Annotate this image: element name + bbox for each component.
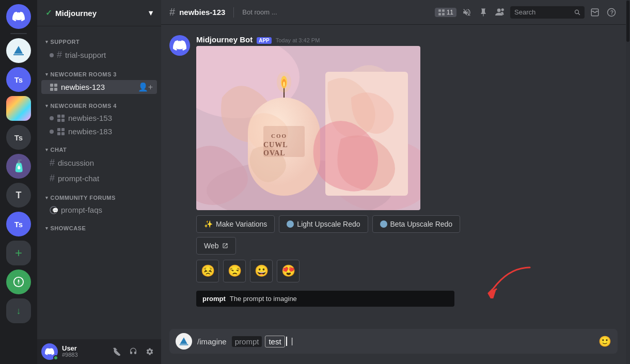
server-label-bottle: 🧴 [12,160,26,173]
members-count-icon [438,9,445,16]
mouse-cursor-indicator: | [291,337,293,346]
category-newcomer4[interactable]: ▾ NEWCOMER ROOMS 4 [37,94,161,111]
server-check-icon: ✓ [45,8,52,18]
channel-name-trial-support: trial-support [65,51,106,59]
server-icon-colorful[interactable] [6,96,31,121]
category-newcomer3[interactable]: ▾ NEWCOMER ROOMS 3 [37,63,161,80]
top-bar: # newbies-123 Bot room ... 11 [161,0,626,25]
add-user-icon[interactable]: 👤+ [138,82,153,92]
beta-upscale-redo-btn[interactable]: Beta Upscale Redo [372,215,461,233]
channel-prompt-faqs[interactable]: 💬 prompt-faqs [41,203,157,216]
category-support[interactable]: ▾ SUPPORT [37,30,161,47]
external-link-icon [222,243,228,249]
search-input[interactable] [514,8,571,16]
svg-rect-4 [50,84,53,87]
server-icon-ts-dark[interactable]: Ts [6,125,31,150]
emoji-btn-3[interactable]: 😍 [277,260,300,282]
server-icon-explore[interactable] [6,270,31,294]
emoji-btn-0[interactable]: 😣 [196,260,219,282]
tooltip-area: prompt The prompt to imagine [196,291,618,307]
settings-btn[interactable] [143,344,157,359]
user-avatar[interactable] [41,343,58,360]
emoji-btn-2[interactable]: 😀 [250,260,273,282]
make-variations-icon: ✨ [204,220,213,228]
text-cursor [286,337,287,346]
message-author: Midjourney Bot [196,35,253,44]
help-icon: ? [607,8,616,17]
add-server-icon: + [15,246,22,260]
category-arrow-support: ▾ [45,39,49,44]
top-bar-channel-name: newbies-123 [179,8,225,17]
server-icon-add[interactable]: + [6,241,31,265]
search-icon [574,9,580,16]
server-icon-t-dark[interactable]: T [6,183,31,208]
members-count-badge[interactable]: 11 [435,8,456,17]
members-list-btn[interactable] [494,6,506,19]
channel-newbies-153[interactable]: newbies-153 [41,112,157,124]
discord-logo-icon [12,10,25,23]
beta-upscale-icon [380,220,387,228]
bot-avatar [169,35,190,56]
server-icon-ts2[interactable]: Ts [6,212,31,236]
web-btn-row: Web [196,237,618,255]
headset-btn[interactable] [126,344,140,359]
bot-badge: APP [257,37,272,44]
inbox-icon [590,8,600,17]
channel-name-discussion: discussion [58,159,94,167]
svg-rect-12 [57,128,60,131]
category-label-newcomer3: NEWCOMER ROOMS 3 [51,71,117,77]
server-header-arrow: ▾ [149,8,153,18]
server-icon-ts-purple[interactable]: Ts [6,67,31,92]
channel-trial-support[interactable]: # trial-support [41,48,157,62]
channel-newbies-123[interactable]: newbies-123 👤+ [41,80,157,94]
message-time: Today at 3:42 PM [276,37,320,43]
inbox-btn[interactable] [589,6,601,19]
server-label-ts2: Ts [14,133,23,142]
server-icon-home[interactable] [6,4,31,29]
scrollbar-track[interactable] [626,0,630,364]
svg-text:?: ? [610,9,613,15]
category-community-forums[interactable]: ▾ COMMUNITY FORUMS [37,186,161,203]
channel-prompt-chat[interactable]: # prompt-chat [41,171,157,186]
input-prompt-label: prompt [232,336,262,347]
web-label: Web [204,242,219,250]
mute-channel-btn[interactable] [461,6,473,19]
tooltip-text: The prompt to imagine [230,295,297,303]
category-showcase[interactable]: ▾ SHOWCASE [37,217,161,233]
category-chat[interactable]: ▾ CHAT [37,138,161,155]
emoji-picker-btn[interactable]: 🙂 [598,335,611,347]
search-bar[interactable] [510,6,585,19]
action-buttons: ✨ Make Variations Light Upscale Redo Bet… [196,215,618,233]
main-content: # newbies-123 Bot room ... 11 [161,0,626,364]
help-btn[interactable]: ? [605,6,618,19]
forum-icon-newbies183 [57,128,65,136]
username-display: User [62,345,105,352]
forum-icon-newbies153 [57,114,65,122]
pin-btn[interactable] [477,6,490,19]
emoji-btn-1[interactable]: 😒 [223,260,246,282]
channel-discussion[interactable]: # discussion [41,155,157,170]
beta-upscale-label: Beta Upscale Redo [390,220,453,228]
server-icon-sail[interactable] [6,38,31,63]
svg-rect-6 [50,88,53,91]
mute-channel-icon [462,8,471,17]
server-label-ts3: Ts [14,220,23,229]
web-btn[interactable]: Web [196,237,236,255]
server-icon-download[interactable]: ↓ [6,298,31,323]
server-header[interactable]: ✓ Midjourney ▾ [37,0,161,26]
svg-rect-14 [57,132,60,135]
scrollbar-thumb[interactable] [626,1,629,42]
channel-name-newbies153: newbies-153 [68,114,112,122]
make-variations-btn[interactable]: ✨ Make Variations [196,215,275,233]
channel-newbies-183[interactable]: newbies-183 [41,125,157,138]
light-upscale-redo-btn[interactable]: Light Upscale Redo [279,215,368,233]
input-value-text: test [265,336,285,347]
emoji-1: 😒 [228,264,242,278]
mute-microphone-btn[interactable] [109,344,124,359]
settings-gear-icon [146,347,154,356]
top-bar-desc: Bot room ... [242,8,277,16]
download-icon: ↓ [17,306,21,316]
server-name: Midjourney [55,9,97,18]
svg-rect-18 [438,9,441,12]
server-icon-purple-bottle[interactable]: 🧴 [6,154,31,179]
